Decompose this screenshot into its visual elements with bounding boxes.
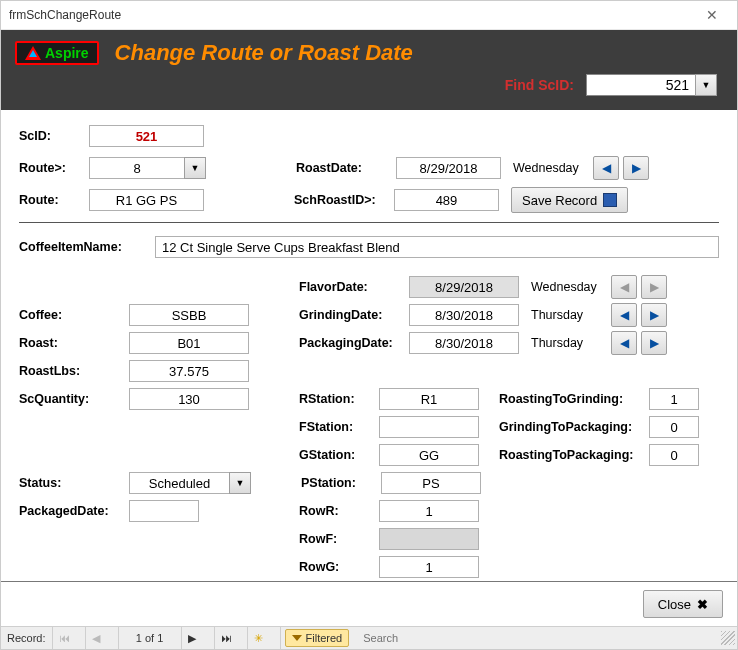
filter-icon bbox=[292, 635, 302, 641]
logo-text: Aspire bbox=[45, 45, 89, 61]
save-record-label: Save Record bbox=[522, 193, 597, 208]
window: frmSchChangeRoute ✕ Aspire Change Route … bbox=[0, 0, 738, 650]
roasting-to-packaging-label: RoastingToPackaging: bbox=[499, 448, 649, 462]
status-value: Scheduled bbox=[129, 472, 229, 494]
roast-field[interactable]: B01 bbox=[129, 332, 249, 354]
record-next-button[interactable]: ▶ bbox=[182, 627, 215, 649]
close-label: Close bbox=[658, 597, 691, 612]
scid-label: ScID: bbox=[19, 129, 89, 143]
p-station-field[interactable]: PS bbox=[381, 472, 481, 494]
status-dropdown-icon[interactable]: ▼ bbox=[229, 472, 251, 494]
sc-quantity-field[interactable]: 130 bbox=[129, 388, 249, 410]
p-station-label: PStation: bbox=[301, 476, 381, 490]
window-title: frmSchChangeRoute bbox=[9, 8, 121, 22]
header: Aspire Change Route or Roast Date Find S… bbox=[1, 30, 737, 110]
grinding-to-packaging-field[interactable]: 0 bbox=[649, 416, 699, 438]
titlebar: frmSchChangeRoute ✕ bbox=[1, 1, 737, 30]
logo-icon bbox=[25, 46, 41, 60]
f-station-field[interactable] bbox=[379, 416, 479, 438]
roast-lbs-label: RoastLbs: bbox=[19, 364, 129, 378]
scid-field[interactable]: 521 bbox=[89, 125, 204, 147]
save-record-button[interactable]: Save Record bbox=[511, 187, 628, 213]
form-body: ScID: 521 Route>: 8 ▼ RoastDate: 8/29/20… bbox=[1, 110, 737, 581]
g-station-field[interactable]: GG bbox=[379, 444, 479, 466]
route-field[interactable]: R1 GG PS bbox=[89, 189, 204, 211]
flavor-date-day: Wednesday bbox=[519, 280, 611, 294]
coffee-label: Coffee: bbox=[19, 308, 129, 322]
row-r-label: RowR: bbox=[299, 504, 379, 518]
grinding-date-label: GrindingDate: bbox=[299, 308, 409, 322]
packaging-date-field[interactable]: 8/30/2018 bbox=[409, 332, 519, 354]
grinding-date-prev-button[interactable]: ◀ bbox=[611, 303, 637, 327]
roasting-to-packaging-field[interactable]: 0 bbox=[649, 444, 699, 466]
packaged-date-field[interactable] bbox=[129, 500, 199, 522]
page-title: Change Route or Roast Date bbox=[115, 40, 413, 66]
roasting-to-grinding-field[interactable]: 1 bbox=[649, 388, 699, 410]
roast-label: Roast: bbox=[19, 336, 129, 350]
packaging-date-day: Thursday bbox=[519, 336, 611, 350]
coffee-item-name-field[interactable]: 12 Ct Single Serve Cups Breakfast Blend bbox=[155, 236, 719, 258]
coffee-field[interactable]: SSBB bbox=[129, 304, 249, 326]
row-r-field[interactable]: 1 bbox=[379, 500, 479, 522]
roast-date-prev-button[interactable]: ◀ bbox=[593, 156, 619, 180]
close-icon: ✖ bbox=[697, 597, 708, 612]
packaging-date-label: PackagingDate: bbox=[299, 336, 409, 350]
record-new-button[interactable]: ✳ bbox=[248, 627, 281, 649]
flavor-date-prev-button[interactable]: ◀ bbox=[611, 275, 637, 299]
status-combo[interactable]: Scheduled ▼ bbox=[129, 472, 251, 494]
g-station-label: GStation: bbox=[299, 448, 379, 462]
roast-date-label: RoastDate: bbox=[296, 161, 396, 175]
find-scid-input[interactable] bbox=[586, 74, 695, 96]
find-scid-combo[interactable]: ▼ bbox=[586, 74, 717, 96]
window-close-icon[interactable]: ✕ bbox=[695, 7, 729, 23]
status-label: Status: bbox=[19, 476, 129, 490]
route-sel-label: Route>: bbox=[19, 161, 89, 175]
roast-date-next-button[interactable]: ▶ bbox=[623, 156, 649, 180]
roast-date-day: Wednesday bbox=[501, 161, 593, 175]
route-sel-value: 8 bbox=[89, 157, 184, 179]
record-last-button[interactable]: ⏭ bbox=[215, 627, 248, 649]
route-sel-combo[interactable]: 8 ▼ bbox=[89, 157, 206, 179]
sch-roast-id-label: SchRoastID>: bbox=[294, 193, 394, 207]
packaging-date-prev-button[interactable]: ◀ bbox=[611, 331, 637, 355]
row-f-field[interactable] bbox=[379, 528, 479, 550]
r-station-label: RStation: bbox=[299, 392, 379, 406]
roast-lbs-field[interactable]: 37.575 bbox=[129, 360, 249, 382]
close-button[interactable]: Close ✖ bbox=[643, 590, 723, 618]
packaged-date-label: PackagedDate: bbox=[19, 504, 129, 518]
sc-quantity-label: ScQuantity: bbox=[19, 392, 129, 406]
grinding-to-packaging-label: GrindingToPackaging: bbox=[499, 420, 649, 434]
f-station-label: FStation: bbox=[299, 420, 379, 434]
roasting-to-grinding-label: RoastingToGrinding: bbox=[499, 392, 649, 406]
record-nav-bar: Record: ⏮ ◀ 1 of 1 ▶ ⏭ ✳ Filtered bbox=[1, 626, 737, 649]
record-search-input[interactable] bbox=[359, 632, 447, 644]
packaging-date-next-button[interactable]: ▶ bbox=[641, 331, 667, 355]
flavor-date-label: FlavorDate: bbox=[299, 280, 409, 294]
row-g-label: RowG: bbox=[299, 560, 379, 574]
record-prev-button[interactable]: ◀ bbox=[86, 627, 119, 649]
row-f-label: RowF: bbox=[299, 532, 379, 546]
flavor-date-next-button[interactable]: ▶ bbox=[641, 275, 667, 299]
record-first-button[interactable]: ⏮ bbox=[53, 627, 86, 649]
route-sel-dropdown-icon[interactable]: ▼ bbox=[184, 157, 206, 179]
roast-date-field[interactable]: 8/29/2018 bbox=[396, 157, 501, 179]
resize-grip-icon[interactable] bbox=[721, 631, 735, 645]
logo: Aspire bbox=[15, 41, 99, 65]
sch-roast-id-field[interactable]: 489 bbox=[394, 189, 499, 211]
separator bbox=[19, 222, 719, 223]
grinding-date-next-button[interactable]: ▶ bbox=[641, 303, 667, 327]
save-icon bbox=[603, 193, 617, 207]
r-station-field[interactable]: R1 bbox=[379, 388, 479, 410]
find-scid-dropdown-icon[interactable]: ▼ bbox=[695, 74, 717, 96]
row-g-field[interactable]: 1 bbox=[379, 556, 479, 578]
flavor-date-field[interactable]: 8/29/2018 bbox=[409, 276, 519, 298]
record-filtered-badge[interactable]: Filtered bbox=[285, 629, 350, 647]
coffee-item-name-label: CoffeeItemName: bbox=[19, 240, 149, 254]
route-label: Route: bbox=[19, 193, 89, 207]
record-label: Record: bbox=[1, 627, 53, 649]
record-filtered-label: Filtered bbox=[306, 632, 343, 644]
grinding-date-field[interactable]: 8/30/2018 bbox=[409, 304, 519, 326]
record-position: 1 of 1 bbox=[119, 627, 182, 649]
footer: Close ✖ bbox=[1, 581, 737, 626]
grinding-date-day: Thursday bbox=[519, 308, 611, 322]
